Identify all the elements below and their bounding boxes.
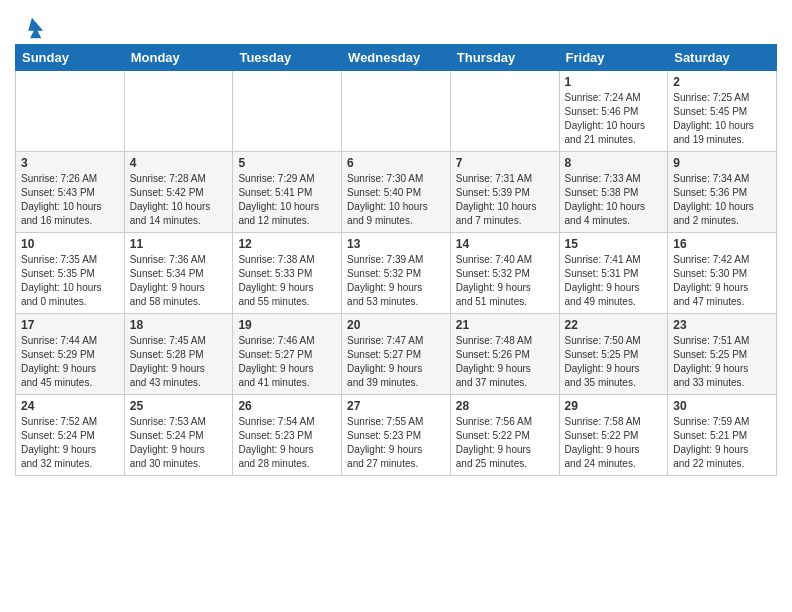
day-info: Sunrise: 7:59 AM Sunset: 5:21 PM Dayligh… — [673, 415, 771, 471]
day-number: 16 — [673, 237, 771, 251]
calendar-cell: 3Sunrise: 7:26 AM Sunset: 5:43 PM Daylig… — [16, 152, 125, 233]
calendar-week-row: 1Sunrise: 7:24 AM Sunset: 5:46 PM Daylig… — [16, 71, 777, 152]
day-info: Sunrise: 7:30 AM Sunset: 5:40 PM Dayligh… — [347, 172, 445, 228]
day-number: 5 — [238, 156, 336, 170]
day-info: Sunrise: 7:41 AM Sunset: 5:31 PM Dayligh… — [565, 253, 663, 309]
page-header — [15, 10, 777, 38]
day-info: Sunrise: 7:45 AM Sunset: 5:28 PM Dayligh… — [130, 334, 228, 390]
calendar-cell: 1Sunrise: 7:24 AM Sunset: 5:46 PM Daylig… — [559, 71, 668, 152]
calendar-cell — [450, 71, 559, 152]
day-info: Sunrise: 7:38 AM Sunset: 5:33 PM Dayligh… — [238, 253, 336, 309]
calendar-cell: 11Sunrise: 7:36 AM Sunset: 5:34 PM Dayli… — [124, 233, 233, 314]
logo-icon — [17, 14, 45, 42]
calendar-cell — [124, 71, 233, 152]
day-number: 9 — [673, 156, 771, 170]
day-number: 11 — [130, 237, 228, 251]
calendar-table: SundayMondayTuesdayWednesdayThursdayFrid… — [15, 44, 777, 476]
logo — [15, 10, 45, 38]
svg-marker-0 — [28, 18, 43, 39]
day-number: 4 — [130, 156, 228, 170]
day-number: 7 — [456, 156, 554, 170]
day-info: Sunrise: 7:47 AM Sunset: 5:27 PM Dayligh… — [347, 334, 445, 390]
calendar-cell: 8Sunrise: 7:33 AM Sunset: 5:38 PM Daylig… — [559, 152, 668, 233]
day-number: 25 — [130, 399, 228, 413]
day-info: Sunrise: 7:25 AM Sunset: 5:45 PM Dayligh… — [673, 91, 771, 147]
day-number: 27 — [347, 399, 445, 413]
calendar-cell: 22Sunrise: 7:50 AM Sunset: 5:25 PM Dayli… — [559, 314, 668, 395]
day-number: 10 — [21, 237, 119, 251]
day-info: Sunrise: 7:35 AM Sunset: 5:35 PM Dayligh… — [21, 253, 119, 309]
day-info: Sunrise: 7:46 AM Sunset: 5:27 PM Dayligh… — [238, 334, 336, 390]
calendar-cell: 25Sunrise: 7:53 AM Sunset: 5:24 PM Dayli… — [124, 395, 233, 476]
day-info: Sunrise: 7:28 AM Sunset: 5:42 PM Dayligh… — [130, 172, 228, 228]
calendar-cell: 17Sunrise: 7:44 AM Sunset: 5:29 PM Dayli… — [16, 314, 125, 395]
day-info: Sunrise: 7:55 AM Sunset: 5:23 PM Dayligh… — [347, 415, 445, 471]
day-number: 28 — [456, 399, 554, 413]
day-number: 19 — [238, 318, 336, 332]
day-info: Sunrise: 7:54 AM Sunset: 5:23 PM Dayligh… — [238, 415, 336, 471]
day-info: Sunrise: 7:42 AM Sunset: 5:30 PM Dayligh… — [673, 253, 771, 309]
day-number: 23 — [673, 318, 771, 332]
calendar-cell: 13Sunrise: 7:39 AM Sunset: 5:32 PM Dayli… — [342, 233, 451, 314]
day-number: 29 — [565, 399, 663, 413]
calendar-cell: 7Sunrise: 7:31 AM Sunset: 5:39 PM Daylig… — [450, 152, 559, 233]
calendar-cell: 14Sunrise: 7:40 AM Sunset: 5:32 PM Dayli… — [450, 233, 559, 314]
day-info: Sunrise: 7:53 AM Sunset: 5:24 PM Dayligh… — [130, 415, 228, 471]
day-info: Sunrise: 7:36 AM Sunset: 5:34 PM Dayligh… — [130, 253, 228, 309]
day-number: 18 — [130, 318, 228, 332]
weekday-header-wednesday: Wednesday — [342, 45, 451, 71]
day-info: Sunrise: 7:34 AM Sunset: 5:36 PM Dayligh… — [673, 172, 771, 228]
calendar-cell: 15Sunrise: 7:41 AM Sunset: 5:31 PM Dayli… — [559, 233, 668, 314]
calendar-cell: 18Sunrise: 7:45 AM Sunset: 5:28 PM Dayli… — [124, 314, 233, 395]
day-info: Sunrise: 7:44 AM Sunset: 5:29 PM Dayligh… — [21, 334, 119, 390]
day-info: Sunrise: 7:56 AM Sunset: 5:22 PM Dayligh… — [456, 415, 554, 471]
day-number: 20 — [347, 318, 445, 332]
day-info: Sunrise: 7:24 AM Sunset: 5:46 PM Dayligh… — [565, 91, 663, 147]
calendar-cell: 9Sunrise: 7:34 AM Sunset: 5:36 PM Daylig… — [668, 152, 777, 233]
day-number: 22 — [565, 318, 663, 332]
day-info: Sunrise: 7:39 AM Sunset: 5:32 PM Dayligh… — [347, 253, 445, 309]
calendar-cell: 29Sunrise: 7:58 AM Sunset: 5:22 PM Dayli… — [559, 395, 668, 476]
calendar-cell: 20Sunrise: 7:47 AM Sunset: 5:27 PM Dayli… — [342, 314, 451, 395]
weekday-header-tuesday: Tuesday — [233, 45, 342, 71]
day-info: Sunrise: 7:51 AM Sunset: 5:25 PM Dayligh… — [673, 334, 771, 390]
calendar-cell: 26Sunrise: 7:54 AM Sunset: 5:23 PM Dayli… — [233, 395, 342, 476]
day-info: Sunrise: 7:26 AM Sunset: 5:43 PM Dayligh… — [21, 172, 119, 228]
calendar-cell — [16, 71, 125, 152]
calendar-cell: 5Sunrise: 7:29 AM Sunset: 5:41 PM Daylig… — [233, 152, 342, 233]
day-number: 12 — [238, 237, 336, 251]
day-info: Sunrise: 7:50 AM Sunset: 5:25 PM Dayligh… — [565, 334, 663, 390]
calendar-week-row: 17Sunrise: 7:44 AM Sunset: 5:29 PM Dayli… — [16, 314, 777, 395]
calendar-cell — [233, 71, 342, 152]
day-number: 24 — [21, 399, 119, 413]
day-number: 17 — [21, 318, 119, 332]
calendar-cell — [342, 71, 451, 152]
day-info: Sunrise: 7:52 AM Sunset: 5:24 PM Dayligh… — [21, 415, 119, 471]
day-info: Sunrise: 7:31 AM Sunset: 5:39 PM Dayligh… — [456, 172, 554, 228]
day-number: 1 — [565, 75, 663, 89]
day-info: Sunrise: 7:58 AM Sunset: 5:22 PM Dayligh… — [565, 415, 663, 471]
weekday-header-row: SundayMondayTuesdayWednesdayThursdayFrid… — [16, 45, 777, 71]
calendar-cell: 21Sunrise: 7:48 AM Sunset: 5:26 PM Dayli… — [450, 314, 559, 395]
day-info: Sunrise: 7:48 AM Sunset: 5:26 PM Dayligh… — [456, 334, 554, 390]
day-info: Sunrise: 7:33 AM Sunset: 5:38 PM Dayligh… — [565, 172, 663, 228]
calendar-cell: 6Sunrise: 7:30 AM Sunset: 5:40 PM Daylig… — [342, 152, 451, 233]
weekday-header-monday: Monday — [124, 45, 233, 71]
day-number: 14 — [456, 237, 554, 251]
calendar-cell: 19Sunrise: 7:46 AM Sunset: 5:27 PM Dayli… — [233, 314, 342, 395]
calendar-cell: 24Sunrise: 7:52 AM Sunset: 5:24 PM Dayli… — [16, 395, 125, 476]
calendar-cell: 23Sunrise: 7:51 AM Sunset: 5:25 PM Dayli… — [668, 314, 777, 395]
weekday-header-friday: Friday — [559, 45, 668, 71]
calendar-cell: 30Sunrise: 7:59 AM Sunset: 5:21 PM Dayli… — [668, 395, 777, 476]
calendar-week-row: 3Sunrise: 7:26 AM Sunset: 5:43 PM Daylig… — [16, 152, 777, 233]
calendar-cell: 27Sunrise: 7:55 AM Sunset: 5:23 PM Dayli… — [342, 395, 451, 476]
day-number: 13 — [347, 237, 445, 251]
calendar-week-row: 24Sunrise: 7:52 AM Sunset: 5:24 PM Dayli… — [16, 395, 777, 476]
calendar-week-row: 10Sunrise: 7:35 AM Sunset: 5:35 PM Dayli… — [16, 233, 777, 314]
day-number: 2 — [673, 75, 771, 89]
calendar-cell: 12Sunrise: 7:38 AM Sunset: 5:33 PM Dayli… — [233, 233, 342, 314]
day-number: 15 — [565, 237, 663, 251]
day-number: 3 — [21, 156, 119, 170]
day-number: 21 — [456, 318, 554, 332]
day-number: 26 — [238, 399, 336, 413]
